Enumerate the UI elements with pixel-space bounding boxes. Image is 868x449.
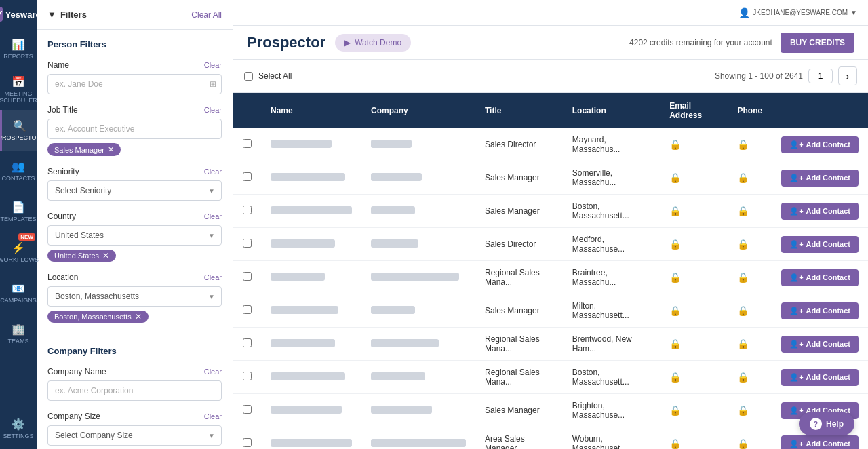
add-contact-button[interactable]: 👤+ Add Contact bbox=[781, 369, 859, 386]
templates-icon: 📄 bbox=[12, 201, 25, 214]
sidebar-item-settings[interactable]: ⚙️ SETTINGS bbox=[0, 408, 37, 449]
company-blurred bbox=[371, 206, 415, 214]
next-page-button[interactable]: › bbox=[838, 66, 857, 85]
showing-text: Showing 1 - 100 of 2641 bbox=[715, 71, 803, 81]
sidebar-item-prospector[interactable]: 🔍 PROSPECTOR bbox=[0, 110, 37, 151]
sidebar-item-campaigns[interactable]: 📧 CAMPAIGNS bbox=[0, 273, 37, 313]
company-blurred bbox=[371, 239, 418, 248]
seniority-clear-button[interactable]: Clear bbox=[204, 168, 222, 176]
watch-demo-button[interactable]: ▶ Watch Demo bbox=[335, 34, 411, 52]
location-clear-button[interactable]: Clear bbox=[204, 273, 222, 281]
email-cell: 🔒 bbox=[660, 128, 728, 161]
sidebar-item-meeting-scheduler[interactable]: 📅 MEETING SCHEDULER bbox=[0, 69, 37, 110]
company-blurred bbox=[371, 306, 415, 314]
sidebar-logo: Y Yesware bbox=[0, 0, 37, 28]
name-blurred bbox=[271, 306, 338, 314]
table-row: Sales Manager Milton, Massachusett... 🔒 … bbox=[233, 294, 868, 328]
name-input[interactable] bbox=[47, 74, 222, 94]
action-cell: 👤+ Add Contact bbox=[772, 328, 868, 361]
filters-title: ▼ Filters bbox=[47, 9, 87, 20]
name-cell bbox=[261, 261, 361, 294]
company-size-clear-button[interactable]: Clear bbox=[204, 412, 222, 421]
action-cell: 👤+ Add Contact bbox=[772, 361, 868, 394]
name-filter-label-row: Name Clear bbox=[47, 60, 222, 70]
row-checkbox[interactable] bbox=[243, 438, 252, 447]
th-phone: Phone bbox=[728, 93, 772, 128]
country-clear-button[interactable]: Clear bbox=[204, 212, 222, 220]
location-cell: Boston, Massachusett... bbox=[563, 361, 660, 394]
help-fab[interactable]: ? Help bbox=[799, 412, 854, 435]
row-checkbox[interactable] bbox=[243, 305, 252, 314]
row-checkbox[interactable] bbox=[243, 372, 252, 380]
job-title-input[interactable] bbox=[47, 119, 222, 139]
row-checkbox[interactable] bbox=[243, 338, 252, 347]
job-title-clear-button[interactable]: Clear bbox=[204, 106, 222, 114]
row-checkbox[interactable] bbox=[243, 139, 252, 148]
email-lock-icon: 🔒 bbox=[669, 172, 681, 183]
buy-credits-button[interactable]: BUY CREDITS bbox=[781, 33, 854, 53]
sidebar-item-contacts[interactable]: 👥 CONTACTS bbox=[0, 151, 37, 191]
name-clear-button[interactable]: Clear bbox=[204, 61, 222, 69]
row-checkbox[interactable] bbox=[243, 172, 252, 181]
tag-remove-icon[interactable]: ✕ bbox=[102, 252, 109, 260]
add-contact-button[interactable]: 👤+ Add Contact bbox=[781, 336, 859, 353]
email-lock-icon: 🔒 bbox=[669, 338, 681, 349]
company-size-select[interactable]: Select Company Size bbox=[47, 425, 222, 446]
company-size-label: Company Size bbox=[47, 412, 100, 421]
sidebar-item-workflows[interactable]: ⚡ WORKFLOWS NEW bbox=[0, 232, 37, 273]
row-checkbox[interactable] bbox=[243, 239, 252, 248]
action-cell: 👤+ Add Contact bbox=[772, 294, 868, 328]
location-cell: Brighton, Massachuse... bbox=[563, 394, 660, 427]
tag-remove-icon[interactable]: ✕ bbox=[135, 313, 142, 321]
sidebar-item-reports[interactable]: 📊 REPORTS bbox=[0, 28, 37, 69]
location-filter-group: Location Clear Boston, Massachusetts ▼ B… bbox=[37, 267, 233, 328]
add-contact-button[interactable]: 👤+ Add Contact bbox=[781, 236, 859, 253]
clear-all-button[interactable]: Clear All bbox=[191, 10, 222, 20]
row-checkbox[interactable] bbox=[243, 272, 252, 281]
page-input[interactable] bbox=[808, 69, 833, 83]
country-label: Country bbox=[47, 212, 76, 221]
settings-icon: ⚙️ bbox=[12, 418, 25, 431]
country-tag-container: United States ✕ bbox=[47, 246, 222, 262]
seniority-select-wrapper: Select Seniority ▼ bbox=[47, 180, 222, 201]
add-contact-button[interactable]: 👤+ Add Contact bbox=[781, 269, 859, 286]
row-checkbox[interactable] bbox=[243, 206, 252, 214]
boston-tag: Boston, Massachusetts ✕ bbox=[47, 311, 149, 323]
add-contact-button[interactable]: 👤+ Add Contact bbox=[781, 170, 859, 187]
row-checkbox-cell bbox=[233, 427, 261, 450]
sidebar-item-templates[interactable]: 📄 TEMPLATES bbox=[0, 191, 37, 232]
add-contact-icon: 👤+ bbox=[789, 373, 803, 382]
email-cell: 🔒 bbox=[660, 328, 728, 361]
page-title: Prospector bbox=[247, 34, 326, 52]
add-contact-button[interactable]: 👤+ Add Contact bbox=[781, 203, 859, 220]
location-select[interactable]: Boston, Massachusetts bbox=[47, 286, 222, 307]
name-cell bbox=[261, 161, 361, 195]
add-contact-button[interactable]: 👤+ Add Contact bbox=[781, 302, 859, 319]
email-lock-icon: 🔒 bbox=[669, 272, 681, 283]
select-all-label[interactable]: Select All bbox=[244, 71, 292, 81]
sidebar-item-label: WORKFLOWS bbox=[0, 257, 39, 264]
add-contact-button[interactable]: 👤+ Add Contact bbox=[781, 136, 859, 153]
company-name-clear-button[interactable]: Clear bbox=[204, 368, 222, 376]
phone-cell: 🔒 bbox=[728, 394, 772, 427]
user-dropdown-icon[interactable]: ▼ bbox=[850, 9, 857, 16]
tag-remove-icon[interactable]: ✕ bbox=[108, 145, 114, 154]
sidebar-item-teams[interactable]: 🏢 TEAMS bbox=[0, 313, 37, 354]
company-cell bbox=[361, 261, 475, 294]
select-all-checkbox[interactable] bbox=[244, 72, 253, 81]
seniority-select[interactable]: Select Seniority bbox=[47, 180, 222, 201]
pagination: Showing 1 - 100 of 2641 › bbox=[715, 66, 857, 85]
add-contact-button[interactable]: 👤+ Add Contact bbox=[781, 435, 859, 450]
country-select[interactable]: United States bbox=[47, 225, 222, 246]
company-blurred bbox=[371, 406, 432, 414]
play-icon: ▶ bbox=[344, 38, 351, 47]
title-cell: Regional Sales Mana... bbox=[475, 328, 563, 361]
row-checkbox[interactable] bbox=[243, 405, 252, 414]
th-location: Location bbox=[563, 93, 660, 128]
title-cell: Sales Manager bbox=[475, 161, 563, 195]
country-select-wrapper: United States ▼ bbox=[47, 225, 222, 246]
sidebar-item-label: SETTINGS bbox=[3, 433, 33, 440]
company-cell bbox=[361, 328, 475, 361]
teams-icon: 🏢 bbox=[12, 323, 25, 336]
company-name-input[interactable] bbox=[47, 380, 222, 401]
